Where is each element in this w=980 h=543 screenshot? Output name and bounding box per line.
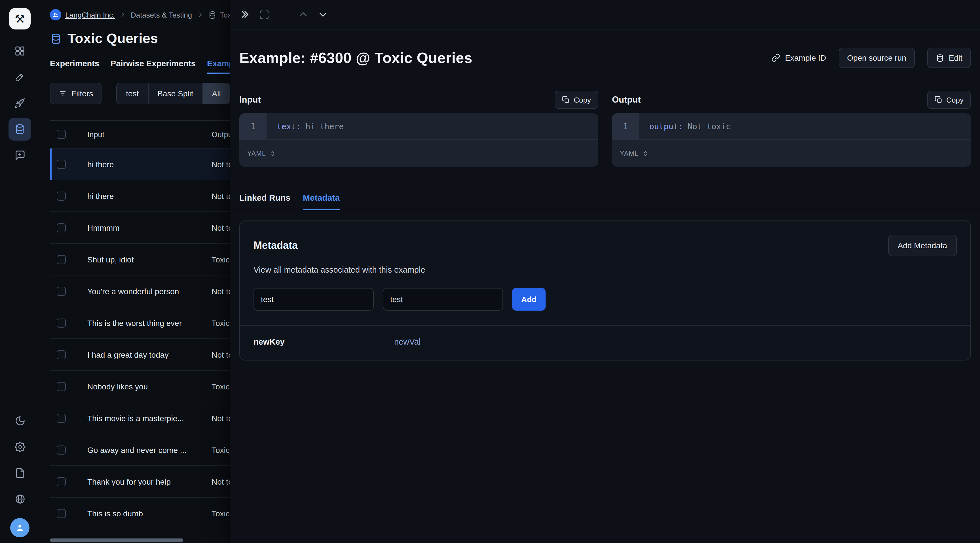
cell-input: Thank you for your help xyxy=(88,477,212,486)
cell-output: Not toxic xyxy=(212,413,230,422)
column-header-input[interactable]: Input xyxy=(88,130,212,138)
table-row[interactable]: Thank you for your help Not toxic xyxy=(50,466,230,498)
database-icon xyxy=(208,11,216,19)
sort-arrows-icon xyxy=(642,150,649,157)
table-row[interactable]: Go away and never come ... Toxic xyxy=(50,434,230,466)
nav-rocket-icon[interactable] xyxy=(8,92,31,114)
table-row[interactable]: This is the worst thing ever Toxic xyxy=(50,307,230,339)
cell-output: Not toxic xyxy=(212,287,230,295)
line-number: 1 xyxy=(612,113,639,140)
table-row[interactable]: You're a wonderful person Not toxic xyxy=(50,275,230,307)
examples-table: Input Output hi there Not toxic hi there… xyxy=(50,120,230,529)
row-checkbox[interactable] xyxy=(57,509,66,518)
table-row[interactable]: Hmmmm Not toxic xyxy=(50,212,230,244)
filters-button[interactable]: Filters xyxy=(50,83,102,104)
row-checkbox[interactable] xyxy=(57,350,66,359)
detail-tabs: Linked Runs Metadata xyxy=(230,193,980,210)
output-language-selector[interactable]: YAML xyxy=(612,140,971,167)
segment-all[interactable]: All xyxy=(203,83,230,104)
row-checkbox[interactable] xyxy=(57,223,66,232)
metadata-title: Metadata xyxy=(253,240,298,251)
nav-pencil-icon[interactable] xyxy=(8,66,31,89)
output-code-viewer[interactable]: 1 output: Not toxic YAML xyxy=(612,113,971,167)
segment-base-split[interactable]: Base Split xyxy=(148,83,203,104)
edit-button[interactable]: Edit xyxy=(927,48,971,68)
copy-icon xyxy=(934,96,942,104)
add-metadata-button[interactable]: Add Metadata xyxy=(888,235,957,256)
cell-output: Not toxic xyxy=(212,477,230,486)
cell-output: Toxic xyxy=(212,255,230,264)
input-code-viewer[interactable]: 1 text: hi there YAML xyxy=(239,113,598,167)
table-row[interactable]: hi there Not toxic xyxy=(50,149,230,180)
metadata-entry-value[interactable]: newVal xyxy=(394,337,420,346)
cell-output: Toxic xyxy=(212,382,230,391)
table-row[interactable]: Shut up, idiot Toxic xyxy=(50,244,230,275)
row-checkbox[interactable] xyxy=(57,413,66,422)
code-key: text: xyxy=(277,122,301,131)
settings-gear-icon[interactable] xyxy=(8,435,31,458)
example-title: Example: #6300 @ Toxic Queries xyxy=(239,49,473,67)
nav-message-plus-icon[interactable] xyxy=(8,144,31,167)
segment-test[interactable]: test xyxy=(117,83,148,104)
row-checkbox[interactable] xyxy=(57,318,66,327)
previous-example-icon[interactable] xyxy=(298,9,309,20)
metadata-key-input[interactable] xyxy=(253,288,374,311)
user-avatar[interactable] xyxy=(10,518,30,537)
row-checkbox[interactable] xyxy=(57,255,66,264)
chevron-right-icon xyxy=(119,11,126,18)
table-row[interactable]: hi there Not toxic xyxy=(50,180,230,212)
docs-document-icon[interactable] xyxy=(8,461,31,484)
code-key: output: xyxy=(649,122,683,131)
table-row[interactable]: I had a great day today Not toxic xyxy=(50,339,230,371)
dark-mode-moon-icon[interactable] xyxy=(8,409,31,432)
copy-icon xyxy=(562,96,570,104)
select-all-checkbox[interactable] xyxy=(57,130,66,139)
metadata-entry-row: newKey newVal xyxy=(253,326,957,346)
split-segmented-control: test Base Split All xyxy=(116,83,230,104)
nav-database-icon[interactable] xyxy=(8,118,31,141)
breadcrumb-org-link[interactable]: LangChain Inc. xyxy=(65,11,115,19)
collapse-panel-icon[interactable] xyxy=(239,9,250,20)
table-row[interactable]: Nobody likes you Toxic xyxy=(50,371,230,402)
tab-metadata[interactable]: Metadata xyxy=(303,193,340,210)
column-header-output[interactable]: Output xyxy=(212,130,230,138)
example-id-button[interactable]: Example ID xyxy=(771,53,826,62)
chevron-right-icon xyxy=(197,11,203,18)
input-section: Input Copy 1 text: hi there YAML xyxy=(239,90,598,167)
input-language-selector[interactable]: YAML xyxy=(239,140,598,167)
metadata-value-input[interactable] xyxy=(383,288,503,311)
link-icon xyxy=(771,53,780,62)
table-row[interactable]: This movie is a masterpie... Not toxic xyxy=(50,402,230,434)
row-checkbox[interactable] xyxy=(57,191,66,200)
add-button[interactable]: Add xyxy=(512,288,546,311)
tab-linked-runs[interactable]: Linked Runs xyxy=(239,193,290,210)
org-crumb[interactable]: LangChain Inc. xyxy=(50,9,115,21)
cell-input: Nobody likes you xyxy=(88,382,212,391)
row-checkbox[interactable] xyxy=(57,160,66,168)
tab-experiments[interactable]: Experiments xyxy=(50,59,99,74)
nav-grid-icon[interactable] xyxy=(8,40,31,62)
row-checkbox[interactable] xyxy=(57,477,66,486)
table-row[interactable]: This is so dumb Toxic xyxy=(50,498,230,529)
horizontal-scrollbar[interactable] xyxy=(50,538,183,542)
langsmith-logo-icon[interactable]: ⚒ xyxy=(9,8,30,30)
open-source-run-button[interactable]: Open source run xyxy=(838,48,915,68)
metadata-description: View all metadata associated with this e… xyxy=(253,265,957,274)
cell-input: Shut up, idiot xyxy=(88,255,212,264)
row-checkbox[interactable] xyxy=(57,445,66,454)
tab-examples[interactable]: Examples xyxy=(207,59,230,74)
row-checkbox[interactable] xyxy=(57,287,66,295)
app-root: ⚒ xyxy=(0,0,980,543)
row-checkbox[interactable] xyxy=(57,382,66,391)
expand-fullscreen-icon[interactable] xyxy=(259,10,269,19)
tab-pairwise-experiments[interactable]: Pairwise Experiments xyxy=(111,59,196,74)
sort-arrows-icon xyxy=(269,150,276,157)
copy-input-button[interactable]: Copy xyxy=(554,90,598,109)
breadcrumb-section[interactable]: Datasets & Testing xyxy=(131,11,192,19)
cell-input: hi there xyxy=(88,160,212,168)
copy-output-button[interactable]: Copy xyxy=(927,90,971,109)
next-example-icon[interactable] xyxy=(318,9,328,20)
globe-icon[interactable] xyxy=(8,487,31,510)
dataset-title: Toxic Queries xyxy=(67,30,158,46)
filter-icon xyxy=(59,89,67,98)
